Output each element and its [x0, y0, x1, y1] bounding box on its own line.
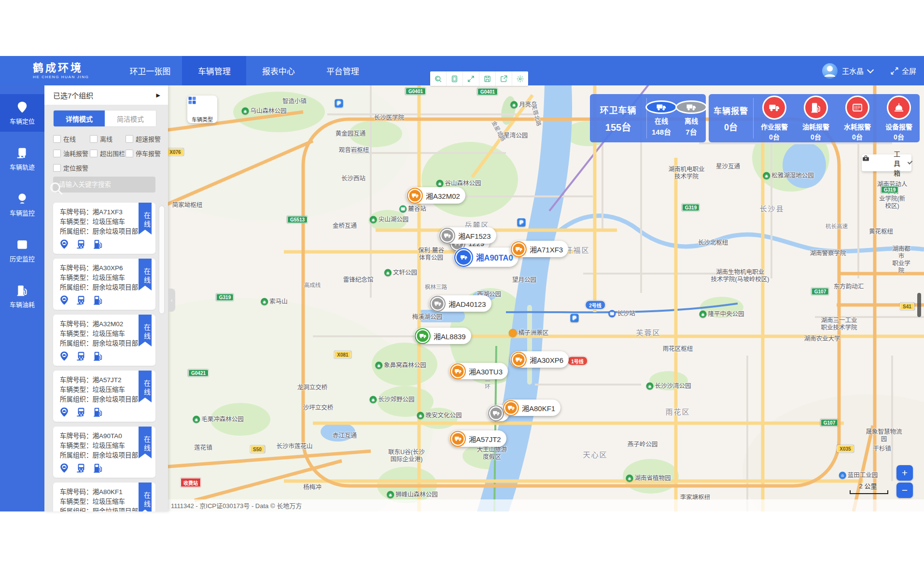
filter-离线[interactable]: 离线: [90, 134, 126, 143]
vehicle-marker-湘A71XF3[interactable]: 湘A71XF3: [510, 241, 568, 257]
org-selector[interactable]: 已选7个组织 ▶: [44, 85, 168, 105]
checkbox-icon[interactable]: [53, 135, 61, 143]
filter-超出围栏[interactable]: 超出围栏: [90, 149, 126, 158]
sidebar-item-历史监控[interactable]: 历史监控: [0, 232, 44, 269]
card-field: 所属组织：厨余垃圾项目部: [60, 226, 138, 235]
fuel-icon[interactable]: [93, 295, 103, 305]
checkbox-icon[interactable]: [90, 150, 98, 157]
road-badge-1号线: 1号线: [567, 357, 588, 366]
filter-停车报警[interactable]: 停车报警: [126, 149, 162, 158]
car-pin-icon[interactable]: [59, 295, 70, 305]
nav-tab-环卫一张图[interactable]: 环卫一张图: [118, 56, 182, 85]
fullscreen-button[interactable]: 全屏: [890, 66, 916, 76]
road-badge-2号线: 2号线: [585, 301, 605, 310]
app-logo: 鹤成环境 HE CHENG HUAN JING: [8, 60, 89, 82]
checkbox-icon[interactable]: [53, 164, 61, 172]
device-icon: [893, 102, 905, 113]
checkbox-icon[interactable]: [126, 150, 133, 157]
sidebar-item-车辆轨迹[interactable]: 车辆轨迹: [0, 140, 44, 178]
map-label-text: 观音岩枢纽: [339, 147, 369, 154]
map-tool-save-icon[interactable]: [479, 71, 496, 86]
map-label: 长沙北枢纽: [698, 239, 728, 247]
vehicle-card[interactable]: 车牌号码：湘A57JT2车辆类型：垃圾压缩车所属组织：厨余垃圾项目部在线: [53, 371, 155, 422]
vehicle-marker-湘A30TU3[interactable]: 湘A30TU3: [449, 363, 508, 379]
map-label: 干杉镇: [873, 445, 891, 453]
map-tool-gear-icon[interactable]: [512, 71, 528, 86]
map-label: 枫林三路: [425, 284, 447, 291]
park-icon: ▲: [193, 416, 200, 423]
vehicle-marker-湘AD40123[interactable]: 湘AD40123: [429, 295, 491, 312]
sidebar-item-车辆油耗[interactable]: 车辆油耗: [0, 277, 44, 315]
fuel-icon[interactable]: [93, 463, 103, 473]
zoom-out-button[interactable]: −: [896, 483, 913, 498]
map-scrollbar[interactable]: [917, 293, 921, 317]
checkbox-icon[interactable]: [90, 135, 98, 143]
checkbox-icon[interactable]: [126, 135, 133, 143]
park-icon: ▲: [699, 311, 706, 318]
vehicle-card[interactable]: 车牌号码：湘A90TA0车辆类型：垃圾压缩车所属组织：厨余垃圾项目部在线: [53, 427, 155, 478]
card-field: 车辆类型：垃圾压缩车: [60, 440, 125, 450]
car-pin-icon[interactable]: [59, 239, 70, 249]
map-label: P: [571, 314, 579, 322]
vehicle-marker-湘AF1523[interactable]: 湘AF1523: [439, 227, 496, 244]
vehicle-card[interactable]: 车牌号码：湘A32M02车辆类型：垃圾压缩车所属组织：厨余垃圾项目部在线: [53, 315, 155, 366]
fuel-icon[interactable]: [93, 239, 103, 249]
user-avatar[interactable]: [822, 63, 838, 79]
sidebar-item-label: 车辆定位: [10, 116, 35, 125]
checkbox-icon[interactable]: [53, 150, 61, 157]
nav-tab-车辆管理[interactable]: 车辆管理: [182, 56, 246, 85]
filter-油耗报警[interactable]: 油耗报警: [53, 149, 90, 158]
vehicle-card[interactable]: 车牌号码：湘A80KF1车辆类型：垃圾压缩车所属组织：厨余垃圾项目部在线: [53, 483, 155, 511]
bus-icon[interactable]: [76, 407, 86, 417]
zoom-in-button[interactable]: +: [896, 465, 913, 481]
map-scale-label: 2 公里: [848, 481, 888, 490]
map-tool-expand-icon[interactable]: [463, 71, 479, 86]
panel-scrollbar[interactable]: [159, 206, 164, 314]
filter-超速报警[interactable]: 超速报警: [126, 134, 162, 143]
fuel-icon[interactable]: [93, 351, 103, 361]
nav-tab-报表中心[interactable]: 报表中心: [246, 56, 310, 85]
panel-collapse-handle[interactable]: ‹: [168, 289, 175, 312]
expand-icon: [467, 75, 475, 83]
filter-定位报警[interactable]: 定位报警: [53, 163, 90, 172]
bus-icon[interactable]: [76, 239, 86, 249]
bus-icon[interactable]: [76, 295, 86, 305]
vehicle-marker-湘A57JT2[interactable]: 湘A57JT2: [449, 430, 506, 447]
car-pin-icon[interactable]: [59, 463, 70, 473]
map-canvas[interactable]: 智造小镇▲乌山森林公园长沙医学院黄金园互通▲月亮岛观音岩枢纽银星湾公园金星北路芙…: [168, 85, 924, 511]
vehicle-type-button[interactable]: 车辆类型: [187, 96, 217, 123]
vehicle-marker-湘A30XP6[interactable]: 湘A30XP6: [510, 351, 569, 368]
car-pin-icon[interactable]: [59, 351, 70, 361]
vehicle-card[interactable]: 车牌号码：湘A30XP6车辆类型：垃圾压缩车所属组织：厨余垃圾项目部在线: [53, 259, 155, 310]
toolbox-button[interactable]: 工具箱: [862, 154, 911, 171]
map-label: 芙蓉区: [636, 329, 660, 337]
car-pin-icon[interactable]: [59, 407, 70, 417]
tab-详情模式[interactable]: 详情模式: [54, 110, 105, 126]
truck-marker-icon: [511, 241, 527, 257]
nav-tab-平台管理[interactable]: 平台管理: [310, 56, 375, 85]
chevron-down-icon[interactable]: [867, 66, 874, 73]
sidebar-item-车辆定位[interactable]: 车辆定位: [0, 94, 44, 132]
sidebar-item-车辆监控[interactable]: 车辆监控: [0, 186, 44, 223]
vehicle-marker-湘AL8839[interactable]: 湘AL8839: [414, 328, 471, 344]
bus-icon[interactable]: [76, 351, 86, 361]
filter-在线[interactable]: 在线: [53, 134, 90, 143]
map-tool-measure-icon[interactable]: [430, 71, 447, 86]
vehicle-marker-湘A80KF1[interactable]: 湘A80KF1: [503, 400, 560, 416]
vehicle-marker-湘A32M02[interactable]: 湘A32M02: [406, 187, 465, 204]
user-name[interactable]: 王水晶: [842, 66, 864, 76]
measure-icon: [434, 75, 442, 83]
bus-icon[interactable]: [76, 463, 86, 473]
device-icon: [887, 96, 911, 120]
map-tool-share-icon[interactable]: [496, 71, 512, 86]
vehicle-marker-湘A90TA0[interactable]: 湘A90TA0: [454, 248, 518, 267]
tab-简洁模式[interactable]: 简洁模式: [105, 110, 156, 126]
fuel-icon[interactable]: [93, 407, 103, 417]
vehicle-card[interactable]: 车牌号码：湘A71XF3车辆类型：垃圾压缩车所属组织：厨余垃圾项目部在线: [53, 203, 155, 254]
card-field: 车辆类型：垃圾压缩车: [60, 328, 125, 338]
truck-marker-icon: [488, 405, 504, 421]
truck-icon: [454, 367, 462, 375]
map-tool-frame-icon[interactable]: [447, 71, 463, 86]
map-label: 高成线: [304, 282, 321, 289]
org-expand-icon[interactable]: ▶: [156, 92, 160, 98]
